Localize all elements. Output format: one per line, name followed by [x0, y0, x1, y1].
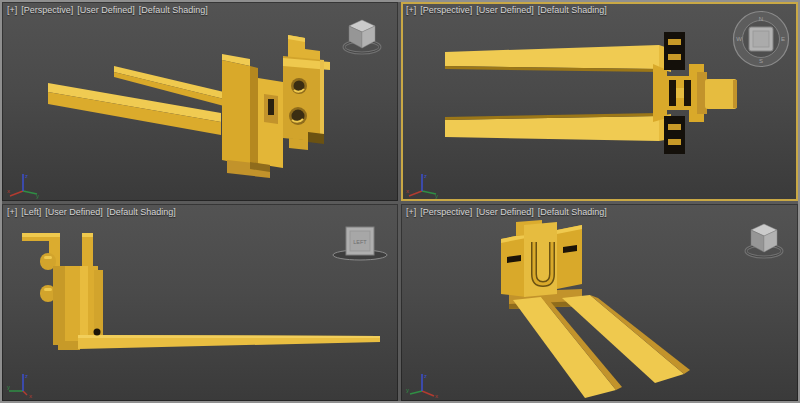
axis-y-label: y — [7, 384, 10, 390]
viewport-bottom-right[interactable]: [+] [Perspective] [User Defined] [Defaul… — [401, 204, 798, 401]
viewport-menu-shading[interactable]: [Default Shading] — [139, 5, 208, 16]
viewport-menu-general[interactable]: [+] — [7, 5, 17, 16]
fork-model-front — [501, 220, 690, 398]
viewport-menu-general[interactable]: [+] — [406, 5, 416, 16]
world-axis-tripod: x y z — [6, 169, 42, 199]
viewport-label: [+] [Perspective] [User Defined] [Defaul… — [406, 5, 607, 16]
fork-model-perspective — [48, 35, 330, 178]
viewport-menu-shading[interactable]: [Default Shading] — [107, 207, 176, 218]
axis-x-label: x — [435, 393, 438, 399]
viewport-menu-pov[interactable]: [Left] — [21, 207, 41, 218]
compass-south[interactable]: S — [759, 58, 763, 64]
world-axis-tripod: x y z — [405, 369, 441, 399]
viewport-bottom-left[interactable]: [+] [Left] [User Defined] [Default Shadi… — [2, 204, 398, 401]
viewport-menu-view[interactable]: [User Defined] — [476, 5, 534, 16]
viewport-menu-pov[interactable]: [Perspective] — [21, 5, 73, 16]
compass-west[interactable]: W — [736, 36, 742, 42]
viewport-menu-view[interactable]: [User Defined] — [77, 5, 135, 16]
viewcube[interactable]: N E S W — [730, 10, 792, 68]
viewport-menu-general[interactable]: [+] — [7, 207, 17, 218]
axis-z-label: z — [424, 173, 427, 179]
axis-x-label: x — [29, 393, 32, 399]
viewport-menu-shading[interactable]: [Default Shading] — [538, 5, 607, 16]
viewport-menu-view[interactable]: [User Defined] — [45, 207, 103, 218]
viewport-label: [+] [Perspective] [User Defined] [Defaul… — [7, 5, 208, 16]
axis-x-label: x — [406, 188, 409, 194]
viewcube-face-label[interactable]: LEFT — [353, 239, 367, 245]
fork-model-top — [445, 32, 737, 154]
viewport-menu-view[interactable]: [User Defined] — [476, 207, 534, 218]
viewport-menu-shading[interactable]: [Default Shading] — [538, 207, 607, 218]
viewcube[interactable] — [334, 14, 390, 60]
viewport-menu-pov[interactable]: [Perspective] — [420, 207, 472, 218]
axis-z-label: z — [424, 373, 427, 379]
compass-east[interactable]: E — [781, 36, 785, 42]
axis-y-label: y — [36, 193, 39, 199]
axis-y-label: y — [435, 193, 438, 199]
compass-north[interactable]: N — [759, 16, 763, 22]
viewport-label: [+] [Left] [User Defined] [Default Shadi… — [7, 207, 176, 218]
axis-y-label: y — [406, 387, 409, 393]
viewport-menu-general[interactable]: [+] — [406, 207, 416, 218]
viewport-menu-pov[interactable]: [Perspective] — [420, 5, 472, 16]
fork-model-left — [22, 233, 380, 350]
world-axis-tripod: y x z — [6, 369, 42, 399]
viewport-top-right[interactable]: [+] [Perspective] [User Defined] [Defaul… — [401, 2, 798, 201]
viewcube[interactable]: LEFT — [330, 218, 390, 264]
viewport-layout-window: [+] [Perspective] [User Defined] [Defaul… — [0, 0, 800, 403]
viewport-top-left[interactable]: [+] [Perspective] [User Defined] [Defaul… — [2, 2, 398, 201]
axis-z-label: z — [25, 373, 28, 379]
quad-viewport-grid: [+] [Perspective] [User Defined] [Defaul… — [2, 2, 798, 401]
axis-x-label: x — [7, 188, 10, 194]
viewcube[interactable] — [736, 218, 792, 264]
viewport-label: [+] [Perspective] [User Defined] [Defaul… — [406, 207, 607, 218]
axis-z-label: z — [25, 173, 28, 179]
world-axis-tripod: x y z — [405, 169, 441, 199]
